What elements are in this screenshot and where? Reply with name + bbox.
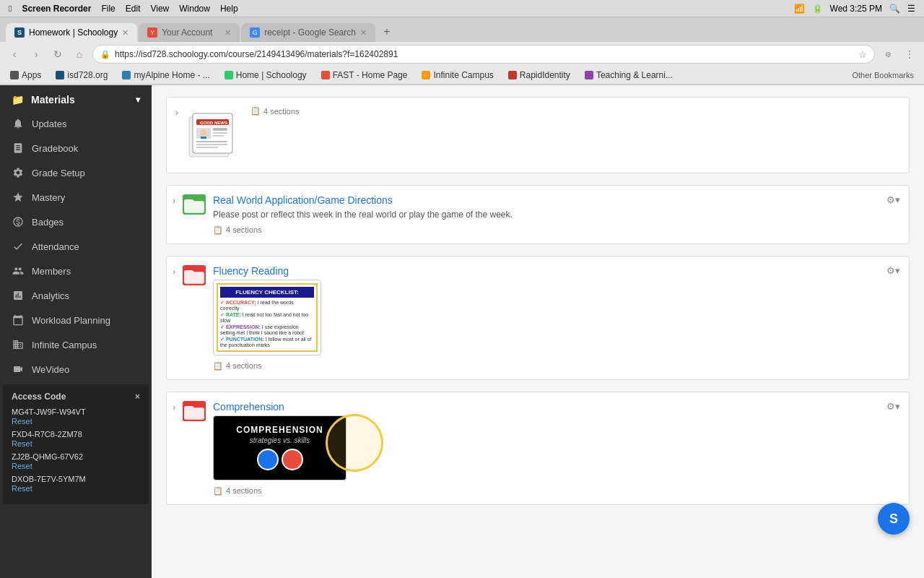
video-icon [12,363,25,376]
tab-close-google[interactable]: ✕ [360,28,367,38]
more-button[interactable]: ⋮ [901,46,918,63]
menu-help[interactable]: Help [220,4,238,14]
sidebar-updates-label: Updates [32,118,66,129]
home-button[interactable]: ⌂ [71,46,88,63]
access-code-entry-4: DXOB-7E7V-5YM7M Reset [12,475,140,493]
app-title: Screen Recorder [22,4,91,14]
code-value-1: MG4T-JW9F-W94VT [12,407,86,416]
code-value-3: ZJ2B-QHMG-67V62 [12,452,83,461]
sidebar-item-attendance[interactable]: Attendance [0,234,152,259]
bookmark-star[interactable]: ☆ [858,49,867,60]
code-reset-2[interactable]: Reset [12,439,140,448]
access-code-close-button[interactable]: × [135,392,140,402]
comprehension-title-link[interactable]: Comprehension [213,401,900,413]
battery-icon: 🔋 [812,4,823,14]
code-reset-3[interactable]: Reset [12,462,140,470]
bookmark-infinite-campus[interactable]: Infinite Campus [417,69,497,82]
sidebar-item-gradebook[interactable]: Gradebook [0,136,152,160]
bookmark-other-label: Other Bookmarks [852,71,914,79]
sidebar-item-mastery[interactable]: Mastery [0,185,152,210]
bookmark-other[interactable]: Other Bookmarks [847,69,918,81]
reload-button[interactable]: ↻ [49,46,66,63]
bookmark-schoology[interactable]: Home | Schoology [220,69,311,82]
code-reset-4[interactable]: Reset [12,484,140,493]
fluency-title-link[interactable]: Fluency Reading [213,265,900,277]
sidebar-item-grade-setup[interactable]: Grade Setup [0,160,152,185]
fluency-thumbnail: FLUENCY CHECKLIST: ✓ ACCURACY: I read th… [213,280,321,355]
sections-icon-comp: 📋 [213,486,223,496]
fluency-body: Fluency Reading FLUENCY CHECKLIST: ✓ ACC… [213,265,900,371]
bookmark-fast-favicon [321,71,330,79]
material-real-world: › Real World Application/Game Directions… [166,185,910,244]
building-icon [12,338,25,351]
fluency-sections-count: 4 sections [226,361,262,370]
sidebar-item-updates[interactable]: Updates [0,111,152,136]
material-fluency: › Fluency Reading FLUENCY CHECKLIST: ✓ A… [166,256,910,380]
real-world-title[interactable]: Real World Application/Game Directions [213,194,900,206]
real-world-body: Real World Application/Game Directions P… [213,194,900,235]
new-tab-button[interactable]: + [377,22,397,42]
fluency-sections: 📋 4 sections [213,361,900,371]
apple-menu[interactable]:  [9,4,12,14]
bookmark-fast[interactable]: FAST - Home Page [317,69,412,82]
good-news-image: GOOD NEWS [186,106,243,164]
main-layout: 📁 Materials ▾ Updates Gradebook Grade Se… [0,85,924,578]
comp-avatar-1 [257,449,279,470]
svg-rect-5 [213,128,227,131]
sections-icon-fluency: 📋 [213,361,223,371]
browser: S Homework | Schoology ✕ Y Your Account … [0,17,924,85]
url-text[interactable]: https://isd728.schoology.com/course/2149… [115,49,854,59]
sidebar-item-members[interactable]: Members [0,259,152,283]
bookmark-tl-favicon [585,71,593,79]
tab-schoology[interactable]: S Homework | Schoology ✕ [6,23,137,42]
bookmark-isd728[interactable]: isd728.org [51,69,112,82]
sidebar-materials-chevron[interactable]: ▾ [136,95,140,105]
svg-rect-7 [213,135,224,137]
sidebar-item-badges[interactable]: Badges [0,210,152,234]
sidebar-item-workload[interactable]: Workload Planning [0,308,152,332]
tab-close-account[interactable]: ✕ [225,28,231,38]
user-avatar-button[interactable]: S [878,503,910,535]
menu-file[interactable]: File [101,4,115,14]
material-comprehension: › Comprehension COMPREHENSION strategies… [166,392,910,505]
bookmark-teaching[interactable]: Teaching & Learni... [580,69,677,82]
tab-account[interactable]: Y Your Account ✕ [139,23,240,42]
fluency-folder [183,265,206,285]
wifi-icon[interactable]: 📶 [794,4,805,14]
bookmark-apps[interactable]: Apps [6,69,45,82]
control-center-icon[interactable]: ☰ [907,4,915,14]
tab-google[interactable]: G receipt - Google Search ✕ [241,23,375,42]
sidebar-header-materials[interactable]: 📁 Materials ▾ [0,85,152,111]
good-news-chevron[interactable]: › [175,108,178,118]
fluency-item-rate: ✓ RATE: I read not too fast and not too … [220,312,314,323]
menu-window[interactable]: Window [179,4,210,14]
bookmark-ri-favicon [508,71,517,79]
bookmark-alpine[interactable]: myAlpine Home - ... [118,69,214,82]
extensions-button[interactable]: ⚙ [879,46,897,63]
menu-view[interactable]: View [150,4,169,14]
back-button[interactable]: ‹ [6,46,23,63]
forward-button[interactable]: › [27,46,45,63]
fluency-chevron[interactable]: › [173,267,175,277]
svg-rect-8 [196,141,227,142]
material-good-news: › GOOD NEWS [166,97,910,173]
comprehension-gear[interactable]: ⚙▾ [886,401,900,412]
bell-icon [12,117,25,130]
comprehension-chevron[interactable]: › [173,402,175,413]
svg-rect-6 [213,132,227,134]
real-world-chevron[interactable]: › [173,196,175,206]
menu-edit[interactable]: Edit [126,4,141,14]
address-bar[interactable]: 🔒 https://isd728.schoology.com/course/21… [92,45,875,64]
tab-close-schoology[interactable]: ✕ [122,28,128,38]
real-world-gear[interactable]: ⚙▾ [886,194,900,205]
calendar-icon [12,314,25,327]
people-icon [12,264,25,277]
code-reset-1[interactable]: Reset [12,417,140,426]
search-icon[interactable]: 🔍 [889,4,900,14]
sidebar-item-infinite-campus[interactable]: Infinite Campus [0,332,152,357]
content-area: › GOOD NEWS [152,85,924,578]
fluency-gear[interactable]: ⚙▾ [886,265,900,276]
bookmark-rapididentity[interactable]: RapidIdentity [504,69,575,82]
sidebar-item-analytics[interactable]: Analytics [0,283,152,308]
sidebar-item-wevideo[interactable]: WeVideo [0,357,152,381]
